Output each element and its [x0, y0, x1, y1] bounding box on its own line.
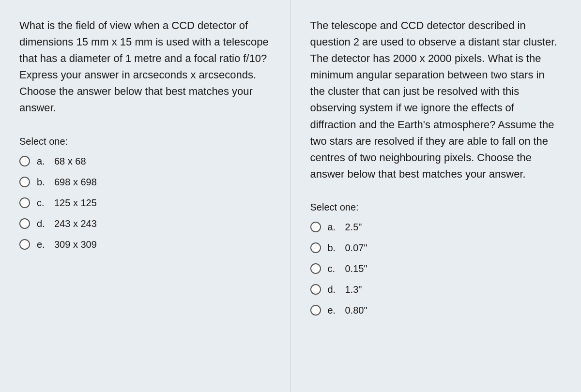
radio-circle[interactable]	[310, 284, 321, 295]
right-option-item[interactable]: d. 1.3"	[310, 284, 562, 295]
option-letter: b.	[37, 177, 47, 188]
right-option-item[interactable]: e. 0.80"	[310, 305, 562, 316]
left-option-item[interactable]: a. 68 x 68	[19, 156, 271, 167]
right-select-label: Select one:	[310, 202, 562, 213]
option-value: 0.07"	[345, 242, 367, 254]
left-panel: What is the field of view when a CCD det…	[0, 0, 291, 392]
right-option-item[interactable]: a. 2.5"	[310, 222, 562, 233]
option-value: 0.80"	[345, 305, 367, 316]
option-value: 125 x 125	[54, 197, 97, 209]
option-value: 68 x 68	[54, 156, 86, 167]
right-option-item[interactable]: b. 0.07"	[310, 242, 562, 254]
left-option-item[interactable]: c. 125 x 125	[19, 197, 271, 209]
option-letter: c.	[37, 197, 47, 209]
option-value: 2.5"	[345, 222, 362, 233]
radio-circle[interactable]	[19, 197, 30, 208]
option-letter: d.	[328, 284, 338, 295]
option-letter: b.	[328, 242, 338, 254]
left-option-item[interactable]: e. 309 x 309	[19, 239, 271, 250]
left-option-item[interactable]: b. 698 x 698	[19, 177, 271, 188]
option-letter: a.	[37, 156, 47, 167]
left-option-item[interactable]: d. 243 x 243	[19, 218, 271, 229]
left-question-text: What is the field of view when a CCD det…	[19, 17, 271, 117]
radio-circle[interactable]	[310, 263, 321, 274]
left-options-list: a. 68 x 68 b. 698 x 698 c. 125 x 125 d. …	[19, 156, 271, 250]
option-letter: c.	[328, 263, 338, 274]
radio-circle[interactable]	[19, 156, 30, 166]
option-letter: e.	[37, 239, 47, 250]
option-value: 698 x 698	[54, 177, 97, 188]
option-letter: e.	[328, 305, 338, 316]
right-options-list: a. 2.5" b. 0.07" c. 0.15" d. 1.3" e. 0.8…	[310, 222, 562, 316]
radio-circle[interactable]	[19, 239, 30, 250]
radio-circle[interactable]	[310, 242, 321, 253]
right-panel: The telescope and CCD detector described…	[291, 0, 581, 392]
right-question-text: The telescope and CCD detector described…	[310, 17, 562, 182]
option-value: 309 x 309	[54, 239, 97, 250]
option-value: 243 x 243	[54, 218, 97, 229]
option-letter: a.	[328, 222, 338, 233]
radio-circle[interactable]	[19, 218, 30, 229]
radio-circle[interactable]	[19, 177, 30, 187]
right-option-item[interactable]: c. 0.15"	[310, 263, 562, 274]
option-value: 1.3"	[345, 284, 362, 295]
radio-circle[interactable]	[310, 305, 321, 316]
option-letter: d.	[37, 218, 47, 229]
radio-circle[interactable]	[310, 222, 321, 232]
left-select-label: Select one:	[19, 136, 271, 147]
option-value: 0.15"	[345, 263, 367, 274]
